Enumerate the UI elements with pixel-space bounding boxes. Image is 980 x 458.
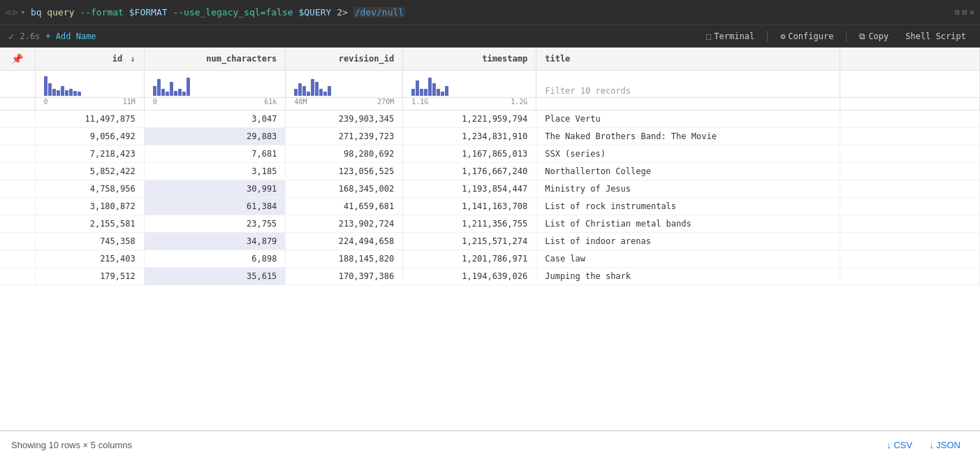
table-container: 📌 id ↓ num_characters revision_id timest… xyxy=(0,48,980,430)
terminal-button[interactable]: ⬚ Terminal xyxy=(701,29,760,43)
shell-script-button[interactable]: Shell Script xyxy=(900,29,972,43)
back-arrow-icon[interactable]: ◁ xyxy=(6,8,10,17)
num-characters-cell: 29,883 xyxy=(144,128,286,145)
bar xyxy=(416,80,419,96)
revision-id-cell: 213,902,724 xyxy=(286,215,403,233)
toolbar-separator xyxy=(767,31,768,42)
bar xyxy=(311,79,314,96)
timestamp-cell: 1,221,959,794 xyxy=(403,110,536,128)
bar xyxy=(298,83,302,96)
download-csv-button[interactable]: ↓ CSV xyxy=(878,437,921,453)
bar xyxy=(411,89,415,96)
table-body: 11,497,8753,047239,903,3451,221,959,794P… xyxy=(0,110,980,285)
extra-cell xyxy=(840,268,980,285)
bar xyxy=(57,90,60,96)
col-header-num-characters[interactable]: num_characters xyxy=(144,48,286,71)
range-title-cell xyxy=(536,98,840,110)
timestamp-cell: 1,167,865,013 xyxy=(403,145,536,163)
extra-cell xyxy=(840,163,980,180)
cmd-query: query xyxy=(47,7,74,17)
success-icon: ✓ xyxy=(8,31,14,42)
timestamp-histogram xyxy=(411,73,527,96)
bottom-bar: Showing 10 rows × 5 columns ↓ CSV ↓ JSON xyxy=(0,430,980,458)
window-controls: ⊟ ⊡ ✕ xyxy=(955,8,974,17)
extra-cell xyxy=(840,128,980,145)
nav-arrows: ◁ ▷ ▾ xyxy=(6,8,25,17)
configure-button[interactable]: ⚙ Configure xyxy=(775,29,839,43)
range-pin-cell xyxy=(0,98,35,110)
table-row: 5,852,4223,185123,056,5251,176,667,240No… xyxy=(0,163,980,180)
range-timestamp-cell: 1.1G 1.2G xyxy=(403,98,536,110)
num-characters-cell: 23,755 xyxy=(144,215,286,233)
title-cell: SSX (series) xyxy=(536,145,840,163)
download-json-button[interactable]: ↓ JSON xyxy=(921,437,969,453)
revision-id-cell: 188,145,820 xyxy=(286,250,403,268)
bar xyxy=(170,82,173,96)
row-column-info: Showing 10 rows × 5 columns xyxy=(11,440,132,450)
hist-timestamp-cell xyxy=(403,71,536,98)
bar xyxy=(441,92,444,96)
histogram-row: Filter 10 records xyxy=(0,71,980,98)
revision-id-cell: 168,345,002 xyxy=(286,180,403,198)
filter-placeholder[interactable]: Filter 10 records xyxy=(545,86,631,96)
close-window-icon[interactable]: ✕ xyxy=(970,8,974,17)
col-header-id[interactable]: id ↓ xyxy=(35,48,144,71)
title-cell: Ministry of Jesus xyxy=(536,180,840,198)
title-cell: List of Christian metal bands xyxy=(536,215,840,233)
timestamp-min: 1.1G xyxy=(411,98,428,106)
cmd-var1: $FORMAT xyxy=(129,7,168,17)
cmd-flag1: --format xyxy=(80,7,124,17)
bar xyxy=(307,92,310,96)
hist-pin-cell xyxy=(0,71,35,98)
bar xyxy=(302,86,306,96)
timestamp-cell: 1,215,571,274 xyxy=(403,233,536,250)
id-cell: 3,180,872 xyxy=(35,198,144,215)
revision-range: 40M 270M xyxy=(294,98,394,106)
pin-cell xyxy=(0,128,35,145)
bar xyxy=(428,78,432,96)
bar xyxy=(420,89,423,96)
timestamp-cell: 1,234,831,910 xyxy=(403,128,536,145)
table-row: 4,758,95630,991168,345,0021,193,854,447M… xyxy=(0,180,980,198)
title-cell: Northallerton College xyxy=(536,163,840,180)
id-cell: 4,758,956 xyxy=(35,180,144,198)
num-characters-cell: 35,615 xyxy=(144,268,286,285)
timestamp-cell: 1,194,639,026 xyxy=(403,268,536,285)
num-characters-cell: 7,681 xyxy=(144,145,286,163)
pin-cell xyxy=(0,250,35,268)
id-cell: 179,512 xyxy=(35,268,144,285)
hist-title-cell[interactable]: Filter 10 records xyxy=(536,71,840,98)
col-header-title[interactable]: title xyxy=(536,48,840,71)
bar xyxy=(174,91,177,96)
copy-icon: ⧉ xyxy=(859,31,865,41)
num-characters-cell: 3,185 xyxy=(144,163,286,180)
title-cell: Place Vertu xyxy=(536,110,840,128)
table-row: 11,497,8753,047239,903,3451,221,959,794P… xyxy=(0,110,980,128)
maximize-icon[interactable]: ⊡ xyxy=(963,8,967,17)
timestamp-cell: 1,176,667,240 xyxy=(403,163,536,180)
table-row: 179,51235,615170,397,3861,194,639,026Jum… xyxy=(0,268,980,285)
col-header-revision-id[interactable]: revision_id xyxy=(286,48,403,71)
col-header-timestamp[interactable]: timestamp xyxy=(403,48,536,71)
configure-icon: ⚙ xyxy=(780,31,785,41)
bar xyxy=(48,83,52,96)
execution-time: 2.6s xyxy=(20,31,40,41)
split-icon[interactable]: ⊟ xyxy=(955,8,960,17)
add-name-button[interactable]: + Add Name xyxy=(45,31,96,41)
pin-header-icon: 📌 xyxy=(11,53,23,64)
pin-cell xyxy=(0,145,35,163)
bar xyxy=(44,76,47,96)
forward-arrow-icon[interactable]: ▷ xyxy=(13,8,18,17)
pin-cell xyxy=(0,180,35,198)
id-cell: 9,056,492 xyxy=(35,128,144,145)
col-header-extra xyxy=(840,48,980,71)
range-id-cell: 0 11M xyxy=(35,98,144,110)
pin-cell xyxy=(0,198,35,215)
num-characters-cell: 3,047 xyxy=(144,110,286,128)
revision-id-cell: 239,903,345 xyxy=(286,110,403,128)
bar xyxy=(294,89,298,96)
copy-button[interactable]: ⧉ Copy xyxy=(854,29,894,43)
table-row: 7,218,4237,68198,280,6921,167,865,013SSX… xyxy=(0,145,980,163)
range-num-char-cell: 0 61k xyxy=(144,98,286,110)
dropdown-icon[interactable]: ▾ xyxy=(20,8,25,17)
